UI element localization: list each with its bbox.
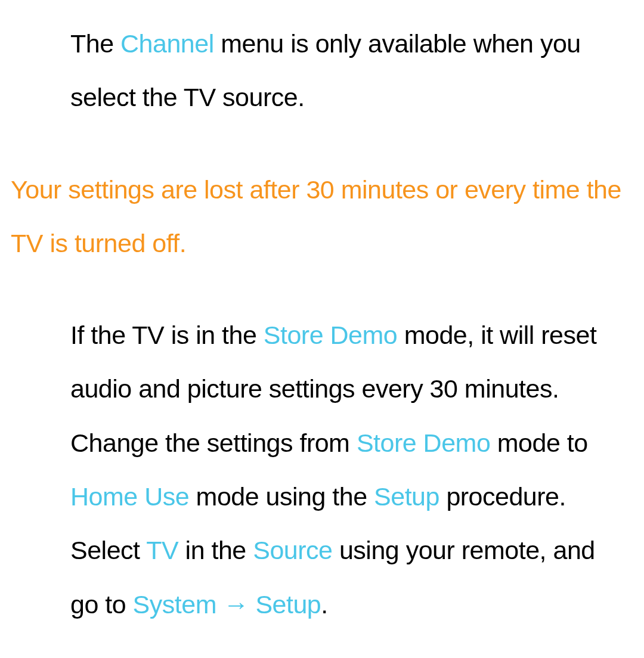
term-channel: Channel	[120, 29, 214, 58]
text-fragment: in the	[178, 536, 253, 564]
term-setup: Setup	[374, 482, 439, 511]
term-tv: TV	[146, 536, 178, 564]
term-store-demo: Store Demo	[357, 429, 490, 457]
paragraph-warning-settings-lost: Your settings are lost after 30 minutes …	[0, 125, 644, 271]
paragraph-store-demo-explanation: If the TV is in the Store Demo mode, it …	[0, 270, 644, 631]
warning-text: Your settings are lost after 30 minutes …	[11, 175, 621, 257]
term-home-use: Home Use	[70, 482, 189, 511]
text-fragment: mode to	[490, 429, 587, 457]
paragraph-channel-menu: The Channel menu is only available when …	[0, 0, 644, 125]
term-system: System	[133, 590, 216, 619]
term-store-demo: Store Demo	[264, 321, 397, 349]
arrow-icon: →	[216, 590, 255, 619]
term-source: Source	[253, 536, 332, 564]
text-fragment: If the TV is in the	[70, 321, 264, 349]
text-fragment: .	[321, 590, 327, 619]
text-fragment: The	[70, 29, 120, 58]
text-fragment: mode using the	[189, 482, 374, 511]
term-setup: Setup	[255, 590, 321, 619]
